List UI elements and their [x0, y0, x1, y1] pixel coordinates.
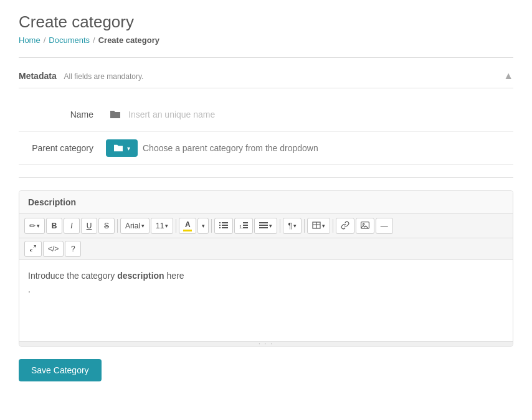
parent-category-dropdown-btn[interactable]: ▾ — [106, 139, 138, 157]
hr-icon: — — [381, 222, 388, 230]
save-category-button[interactable]: Save Category — [19, 359, 102, 381]
bold-icon: B — [52, 222, 57, 230]
list-ol-icon: 1. — [239, 222, 248, 231]
list-ul-icon — [219, 222, 228, 231]
source-icon: </> — [48, 245, 59, 253]
page-title: Create category — [19, 12, 513, 32]
toolbar-sep2 — [176, 219, 176, 233]
bold-btn[interactable]: B — [46, 218, 62, 234]
breadcrumb-current: Create category — [98, 35, 159, 45]
svg-rect-12 — [259, 227, 268, 228]
font-color-btn[interactable]: A — [179, 218, 196, 234]
toolbar-row2: </> ? — [19, 238, 513, 260]
table-caret: ▾ — [322, 223, 325, 229]
top-divider — [19, 57, 513, 58]
breadcrumb-documents[interactable]: Documents — [49, 35, 90, 45]
link-btn[interactable] — [336, 218, 354, 234]
table-icon — [312, 222, 321, 231]
parent-category-label: Parent category — [19, 143, 106, 153]
breadcrumb-home[interactable]: Home — [19, 35, 40, 45]
paragraph-btn[interactable]: ¶ ▾ — [283, 218, 301, 234]
toolbar-sep5 — [304, 219, 305, 233]
help-icon: ? — [71, 245, 75, 253]
editor-resize-handle[interactable]: · · · — [19, 341, 513, 346]
breadcrumb: Home / Documents / Create category — [19, 35, 513, 45]
svg-rect-2 — [219, 225, 221, 226]
font-size-caret: ▾ — [165, 223, 168, 229]
align-icon — [259, 222, 268, 231]
list-ul-btn[interactable] — [214, 218, 233, 234]
metadata-section-title-group: Metadata All fields are mandatory. — [19, 71, 143, 81]
svg-rect-10 — [259, 222, 268, 223]
description-label: Description — [19, 191, 513, 214]
svg-rect-3 — [222, 225, 228, 226]
underline-btn[interactable]: U — [81, 218, 97, 234]
table-btn[interactable]: ▾ — [307, 218, 330, 234]
image-btn[interactable] — [356, 218, 374, 234]
align-caret: ▾ — [269, 223, 272, 229]
font-color-bar — [183, 230, 192, 231]
italic-btn[interactable]: I — [64, 218, 80, 234]
name-input-wrapper — [106, 105, 513, 124]
expand-icon — [29, 245, 37, 254]
svg-rect-8 — [243, 225, 248, 226]
pencil-btn[interactable]: ✏ ▾ — [24, 218, 45, 234]
name-input[interactable] — [128, 107, 513, 122]
dropdown-caret: ▾ — [127, 145, 130, 152]
pencil-icon: ✏ — [29, 222, 36, 230]
font-family-btn[interactable]: Arial ▾ — [120, 218, 150, 234]
middle-divider — [19, 177, 513, 178]
svg-rect-5 — [222, 227, 228, 228]
expand-btn[interactable] — [24, 241, 42, 257]
list-ol-btn[interactable]: 1. — [234, 218, 253, 234]
metadata-title: Metadata — [19, 71, 57, 81]
parent-category-input-wrapper: ▾ — [106, 139, 513, 157]
svg-rect-11 — [259, 225, 268, 226]
svg-rect-1 — [222, 222, 228, 223]
source-btn[interactable]: </> — [43, 241, 64, 257]
resize-dots-icon: · · · — [259, 340, 273, 347]
svg-line-18 — [34, 245, 36, 248]
breadcrumb-sep-1: / — [44, 35, 46, 45]
italic-icon: I — [70, 222, 72, 230]
description-section: Description ✏ ▾ B I U S — [19, 190, 513, 347]
font-family-label: Arial — [125, 222, 140, 230]
align-btn[interactable]: ▾ — [254, 218, 277, 234]
toolbar-sep6 — [333, 219, 333, 233]
help-btn[interactable]: ? — [65, 241, 81, 257]
toolbar-sep4 — [280, 219, 280, 233]
toolbar-sep1 — [117, 219, 118, 233]
font-family-caret: ▾ — [141, 223, 145, 229]
strikethrough-btn[interactable]: S — [98, 218, 115, 234]
font-size-label: 11 — [156, 222, 164, 230]
editor-area[interactable]: Introduce the category description here … — [19, 260, 513, 341]
pencil-caret: ▾ — [37, 223, 40, 229]
breadcrumb-sep-2: / — [93, 35, 95, 45]
paragraph-caret: ▾ — [293, 223, 297, 229]
underline-icon: U — [87, 222, 92, 230]
hr-btn[interactable]: — — [376, 218, 393, 234]
parent-category-field-row: Parent category ▾ — [19, 132, 513, 165]
strikethrough-icon: S — [104, 222, 109, 230]
svg-line-19 — [31, 249, 33, 251]
editor-placeholder-text: Introduce the category description here — [28, 271, 184, 281]
parent-category-input[interactable] — [143, 141, 513, 156]
svg-point-17 — [363, 223, 364, 225]
svg-rect-4 — [219, 227, 221, 228]
name-folder-icon — [106, 105, 125, 124]
name-field-row: Name — [19, 98, 513, 132]
toolbar-row1: ✏ ▾ B I U S Arial ▾ — [19, 214, 513, 238]
metadata-subtitle: All fields are mandatory. — [64, 72, 144, 81]
font-size-btn[interactable]: 11 ▾ — [151, 218, 173, 234]
link-icon — [341, 221, 349, 231]
font-color-letter: A — [185, 220, 191, 229]
name-label: Name — [19, 110, 106, 119]
font-color-dropdown-btn[interactable]: ▾ — [197, 218, 209, 234]
collapse-icon[interactable]: ▲ — [503, 70, 513, 82]
font-color-caret: ▾ — [202, 223, 205, 229]
svg-rect-0 — [219, 222, 221, 223]
svg-rect-9 — [243, 227, 248, 228]
image-icon — [361, 222, 369, 231]
paragraph-icon: ¶ — [288, 222, 292, 230]
svg-text:1.: 1. — [239, 224, 244, 229]
